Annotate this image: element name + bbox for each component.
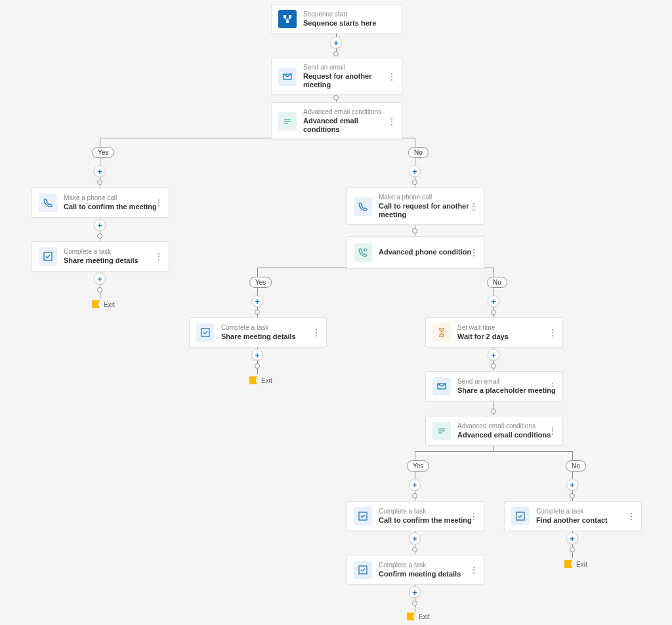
- add-step-button[interactable]: +: [566, 479, 578, 491]
- node-type-label: Complete a task: [64, 248, 138, 256]
- node-menu-button[interactable]: ⋮: [548, 331, 557, 334]
- flag-icon: [249, 376, 257, 384]
- connector: [415, 451, 573, 452]
- node-menu-button[interactable]: ⋮: [154, 255, 163, 258]
- node-menu-button[interactable]: ⋮: [154, 201, 163, 204]
- node-complete-task[interactable]: Complete a task Confirm meeting details …: [346, 555, 484, 585]
- add-step-button[interactable]: +: [409, 533, 421, 544]
- condition-icon: [278, 112, 297, 131]
- add-step-button[interactable]: +: [251, 295, 263, 307]
- node-menu-button[interactable]: ⋮: [627, 515, 636, 517]
- exit-label: Exit: [419, 613, 430, 620]
- add-step-button[interactable]: +: [409, 165, 421, 177]
- branch-yes-pill: Yes: [249, 277, 272, 288]
- node-menu-button[interactable]: ⋮: [548, 385, 557, 388]
- add-step-button[interactable]: +: [251, 349, 263, 361]
- node-menu-button[interactable]: ⋮: [387, 120, 396, 123]
- node-menu-button[interactable]: ⋮: [469, 515, 478, 517]
- checkbox-icon: [196, 323, 215, 342]
- connector-dot: [412, 228, 417, 233]
- connector: [415, 138, 415, 147]
- condition-icon: [354, 243, 372, 262]
- add-step-button[interactable]: +: [330, 37, 342, 49]
- node-complete-task[interactable]: Complete a task Call to confirm the meet…: [346, 501, 484, 531]
- email-icon: [432, 377, 451, 395]
- flow-canvas[interactable]: Sequence start Sequence starts here + Se…: [0, 0, 672, 625]
- svg-point-5: [364, 249, 367, 251]
- connector: [257, 268, 258, 277]
- exit-label: Exit: [104, 301, 115, 308]
- checkbox-icon: [354, 507, 372, 525]
- node-type-label: Send an email: [303, 64, 395, 71]
- connector-dot: [412, 601, 417, 606]
- svg-rect-6: [201, 329, 209, 336]
- node-menu-button[interactable]: ⋮: [469, 251, 478, 254]
- node-title: Find another contact: [536, 516, 608, 525]
- svg-rect-1: [289, 15, 291, 18]
- node-email-condition[interactable]: Advanced email conditions Advanced email…: [425, 416, 563, 446]
- add-step-button[interactable]: +: [488, 295, 499, 307]
- node-menu-button[interactable]: ⋮: [312, 331, 321, 334]
- add-step-button[interactable]: +: [94, 165, 106, 177]
- connector: [494, 268, 494, 277]
- connector-dot: [97, 233, 102, 239]
- connector-dot: [97, 287, 102, 292]
- node-title: Share meeting details: [64, 256, 138, 265]
- node-complete-task[interactable]: Complete a task Find another contact ⋮: [504, 501, 642, 531]
- add-step-button[interactable]: +: [409, 479, 421, 491]
- connector: [100, 138, 100, 147]
- add-step-button[interactable]: +: [409, 586, 421, 598]
- connector-dot: [412, 547, 417, 552]
- node-wait[interactable]: Set wait time Wait for 2 days ⋮: [425, 317, 563, 348]
- node-title: Sequence starts here: [303, 19, 376, 28]
- exit-marker: Exit: [564, 560, 587, 568]
- phone-icon: [354, 197, 372, 216]
- svg-rect-0: [284, 15, 286, 18]
- node-title: Confirm meeting details: [379, 570, 461, 578]
- node-title: Advanced email conditions: [457, 431, 551, 439]
- node-type-label: Complete a task: [379, 508, 472, 515]
- node-send-email[interactable]: Send an email Share a placeholder meetin…: [425, 371, 563, 401]
- node-complete-task[interactable]: Complete a task Share meeting details ⋮: [32, 241, 169, 272]
- node-type-label: Send an email: [457, 378, 556, 386]
- node-menu-button[interactable]: ⋮: [548, 430, 557, 432]
- add-step-button[interactable]: +: [488, 349, 499, 361]
- connector-dot: [570, 493, 575, 498]
- node-type-label: Complete a task: [221, 324, 296, 332]
- condition-icon: [432, 422, 451, 440]
- node-menu-button[interactable]: ⋮: [387, 75, 396, 78]
- exit-marker: Exit: [249, 376, 272, 384]
- svg-rect-10: [516, 512, 524, 520]
- connector-dot: [97, 180, 102, 185]
- node-title: Request for another meeting: [303, 72, 395, 89]
- svg-rect-4: [44, 252, 52, 260]
- node-title: Advanced phone condition: [379, 248, 471, 256]
- node-title: Share a placeholder meeting: [457, 386, 556, 395]
- node-type-label: Sequence start: [303, 10, 376, 18]
- node-menu-button[interactable]: ⋮: [469, 569, 478, 571]
- node-phone-condition[interactable]: Advanced phone condition ⋮: [346, 236, 484, 269]
- connector-dot: [491, 310, 496, 315]
- connector-dot: [333, 95, 339, 100]
- add-step-button[interactable]: +: [94, 219, 106, 231]
- node-type-label: Advanced email conditions: [457, 422, 551, 430]
- checkbox-icon: [354, 561, 372, 579]
- node-email-condition[interactable]: Advanced email conditions Advanced email…: [271, 102, 402, 140]
- branch-no-pill: No: [487, 277, 507, 288]
- node-phone-call[interactable]: Make a phone call Call to confirm the me…: [32, 188, 169, 218]
- node-send-email[interactable]: Send an email Request for another meetin…: [271, 58, 402, 95]
- node-phone-call[interactable]: Make a phone call Call to request for an…: [346, 188, 484, 225]
- exit-marker: Exit: [92, 300, 115, 308]
- connector-dot: [570, 547, 575, 552]
- flag-icon: [564, 560, 572, 568]
- branch-no-pill: No: [566, 460, 586, 472]
- node-title: Call to confirm the meeting: [64, 203, 157, 211]
- add-step-button[interactable]: +: [566, 533, 578, 544]
- node-type-label: Complete a task: [536, 508, 608, 515]
- node-complete-task[interactable]: Complete a task Share meeting details ⋮: [189, 317, 327, 348]
- node-sequence-start[interactable]: Sequence start Sequence starts here: [271, 4, 402, 34]
- svg-rect-2: [286, 20, 289, 23]
- phone-icon: [39, 193, 57, 212]
- node-menu-button[interactable]: ⋮: [469, 205, 478, 208]
- add-step-button[interactable]: +: [94, 273, 106, 285]
